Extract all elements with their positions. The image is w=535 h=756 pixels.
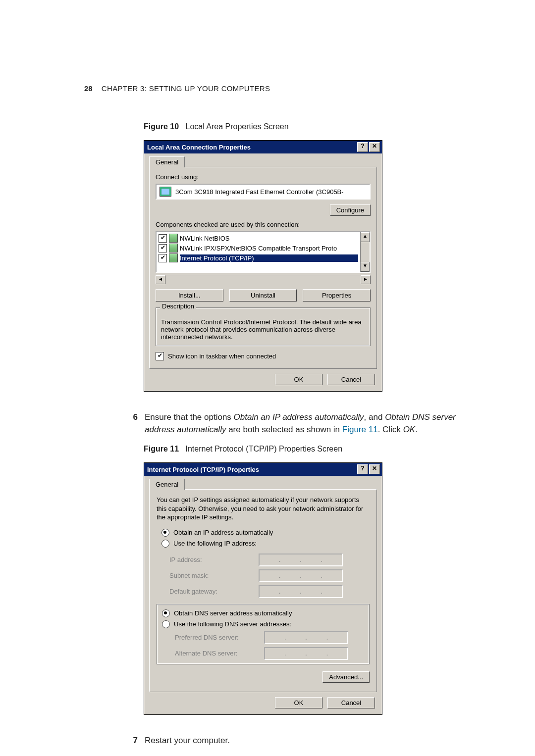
show-icon-checkbox[interactable]: ✔ (156, 352, 164, 360)
scroll-down-icon[interactable]: ▼ (361, 262, 370, 272)
protocol-icon (169, 244, 178, 252)
horizontal-scrollbar[interactable]: ◄ ► (156, 275, 371, 284)
device-field: 3Com 3C918 Integrated Fast Ethernet Cont… (156, 184, 371, 200)
tcpip-properties-dialog: Internet Protocol (TCP/IP) Properties ? … (144, 462, 382, 715)
close-icon[interactable]: ✕ (369, 464, 380, 474)
install-button[interactable]: Install... (156, 289, 223, 302)
ip-address-label: IP address: (169, 556, 254, 563)
connect-using-label: Connect using: (156, 173, 371, 181)
radio-auto-ip-label: Obtain an IP address automatically (173, 529, 273, 536)
page-header: 28 CHAPTER 3: SETTING UP YOUR COMPUTERS (84, 84, 485, 93)
radio-static-ip-label: Use the following IP address: (173, 540, 257, 547)
local-area-connection-properties-dialog: Local Area Connection Properties ? ✕ Gen… (144, 140, 382, 392)
cancel-button[interactable]: Cancel (327, 697, 375, 708)
description-legend: Description (160, 302, 196, 310)
components-listbox[interactable]: ✔ NWLink NetBIOS ✔ NWLink IPX/SPX/NetBIO… (156, 231, 371, 273)
help-icon[interactable]: ? (357, 464, 368, 474)
radio-auto-dns[interactable] (162, 609, 170, 617)
properties-button[interactable]: Properties (303, 289, 371, 302)
step-6-text: Ensure that the options Obtain an IP add… (145, 411, 485, 436)
help-icon[interactable]: ? (357, 142, 368, 152)
chapter-title: CHAPTER 3: SETTING UP YOUR COMPUTERS (102, 84, 270, 93)
alternate-dns-label: Alternate DNS server: (175, 650, 259, 657)
protocol-icon (169, 234, 178, 243)
vertical-scrollbar[interactable]: ▲ ▼ (360, 232, 370, 272)
default-gateway-label: Default gateway: (169, 588, 254, 595)
ok-button[interactable]: OK (275, 697, 322, 708)
device-name: 3Com 3C918 Integrated Fast Ethernet Cont… (175, 188, 344, 196)
titlebar: Internet Protocol (TCP/IP) Properties ? … (144, 463, 382, 476)
radio-static-dns[interactable] (162, 620, 170, 628)
cancel-button[interactable]: Cancel (327, 374, 375, 385)
default-gateway-input: ... (259, 585, 343, 598)
preferred-dns-label: Preferred DNS server: (175, 634, 259, 641)
step-7-text: Restart your computer. (145, 735, 230, 747)
figure-11-caption: Figure 11 Internet Protocol (TCP/IP) Pro… (144, 445, 485, 454)
nic-icon (160, 187, 171, 197)
radio-static-dns-label: Use the following DNS server addresses: (174, 620, 291, 628)
ok-button[interactable]: OK (275, 374, 322, 385)
list-item[interactable]: ✔ Internet Protocol (TCP/IP) (158, 253, 359, 263)
scroll-up-icon[interactable]: ▲ (361, 232, 370, 242)
step-7: 7 Restart your computer. (129, 735, 485, 747)
scroll-left-icon[interactable]: ◄ (156, 275, 165, 284)
tab-general[interactable]: General (149, 156, 185, 167)
figure-10-caption: Figure 10 Local Area Properties Screen (144, 122, 485, 131)
titlebar-title: Local Area Connection Properties (147, 144, 251, 151)
radio-static-ip[interactable] (161, 540, 169, 548)
list-item[interactable]: ✔ NWLink NetBIOS (158, 233, 359, 243)
close-icon[interactable]: ✕ (369, 142, 380, 152)
protocol-icon (169, 253, 178, 262)
configure-button[interactable]: Configure (330, 204, 371, 216)
radio-auto-ip[interactable] (161, 529, 169, 537)
description-group: Description Transmission Control Protoco… (156, 307, 371, 346)
titlebar: Local Area Connection Properties ? ✕ (144, 141, 382, 153)
components-label: Components checked are used by this conn… (156, 221, 371, 228)
checkbox-icon[interactable]: ✔ (159, 254, 167, 262)
figure-11-link[interactable]: Figure 11 (342, 425, 378, 434)
description-text: Transmission Control Protocol/Internet P… (161, 318, 362, 341)
radio-auto-dns-label: Obtain DNS server address automatically (174, 609, 292, 617)
subnet-mask-label: Subnet mask: (169, 572, 254, 579)
alternate-dns-input: ... (264, 647, 348, 660)
subnet-mask-input: ... (259, 569, 343, 582)
scroll-right-icon[interactable]: ► (361, 275, 371, 284)
titlebar-title: Internet Protocol (TCP/IP) Properties (147, 466, 259, 473)
step-6: 6 Ensure that the options Obtain an IP a… (129, 411, 485, 436)
list-item[interactable]: ✔ NWLink IPX/SPX/NetBIOS Compatible Tran… (158, 243, 359, 253)
checkbox-icon[interactable]: ✔ (159, 234, 167, 243)
checkbox-icon[interactable]: ✔ (159, 244, 167, 252)
page-number: 28 (84, 84, 93, 93)
tab-general[interactable]: General (149, 479, 185, 490)
advanced-button[interactable]: Advanced... (322, 671, 370, 683)
dialog-description: You can get IP settings assigned automat… (157, 496, 370, 522)
uninstall-button[interactable]: Uninstall (229, 289, 297, 302)
show-icon-label: Show icon in taskbar when connected (168, 353, 276, 360)
ip-address-input: ... (259, 554, 343, 566)
preferred-dns-input: ... (264, 631, 348, 644)
